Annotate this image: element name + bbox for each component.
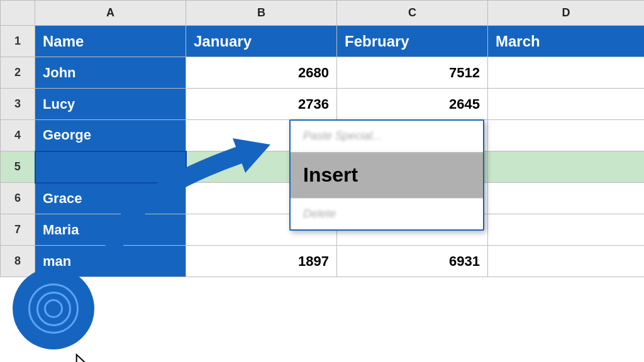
cell-d7[interactable] [488,214,645,246]
cell-c8[interactable]: 6931 [337,246,488,277]
row-num-7: 7 [1,214,35,246]
col-b-header: B [186,1,337,26]
row-1: 1 Name January February March [1,26,645,57]
context-menu: Paste Special... Insert Delete [289,119,484,231]
column-headers-row: A B C D [1,1,645,26]
cell-b2[interactable]: 2680 [186,57,337,89]
row-num-1: 1 [1,26,35,57]
click-rings [25,280,82,337]
cell-c2[interactable]: 7512 [337,57,488,89]
cell-a2[interactable]: John [35,57,186,89]
cell-b1[interactable]: January [186,26,337,57]
col-c-header: C [337,1,488,26]
row-3: 3 Lucy 2736 2645 [1,89,645,120]
click-indicator [13,268,94,349]
cell-a3[interactable]: Lucy [35,89,186,120]
arrow-indicator [94,132,302,258]
cell-d1[interactable]: March [488,26,645,57]
cell-c3[interactable]: 2645 [337,89,488,120]
cell-d4[interactable] [488,120,645,151]
menu-item-paste-special[interactable]: Paste Special... [291,121,483,152]
ring-inner [44,299,63,318]
cell-d2[interactable] [488,57,645,89]
col-d-header: D [488,1,645,26]
row-num-8: 8 [1,246,35,277]
col-a-header: A [35,1,186,26]
cell-a1[interactable]: Name [35,26,186,57]
cell-c1[interactable]: February [337,26,488,57]
row-num-3: 3 [1,89,35,120]
corner-header [1,1,35,26]
row-num-2: 2 [1,57,35,89]
cell-d8[interactable] [488,246,645,277]
cell-d6[interactable] [488,183,645,214]
menu-item-insert[interactable]: Insert [291,152,483,199]
spreadsheet: A B C D 1 Name January February March 2 … [0,0,644,362]
row-2: 2 John 2680 7512 [1,57,645,89]
row-num-5: 5 [1,151,35,183]
cell-d5[interactable] [488,151,645,183]
menu-item-delete[interactable]: Delete [291,199,483,229]
row-num-6: 6 [1,183,35,214]
cell-b3[interactable]: 2736 [186,89,337,120]
cell-d3[interactable] [488,89,645,120]
row-num-4: 4 [1,120,35,151]
